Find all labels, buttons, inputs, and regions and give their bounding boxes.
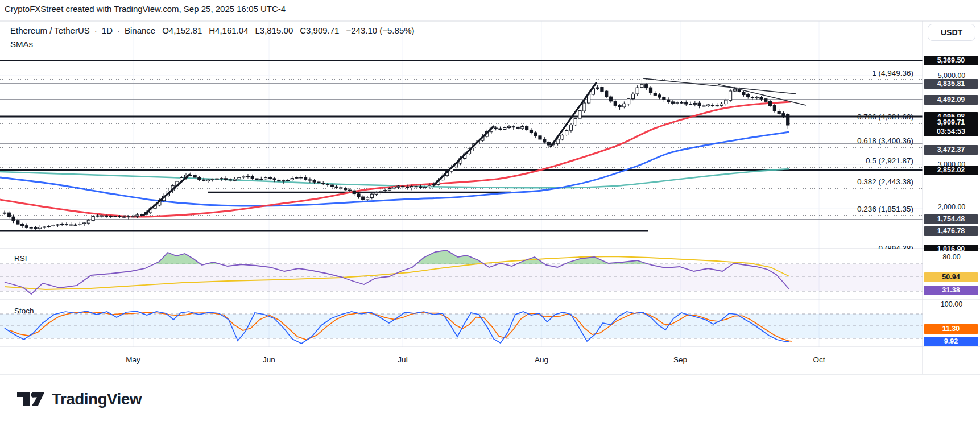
time-axis-month: Sep (673, 355, 687, 364)
legend-exchange: Binance (125, 26, 155, 35)
price-line-label: 4,492.09 (924, 95, 978, 105)
indicator-axis-tick: 100.00 (924, 300, 979, 309)
legend-separator: · (94, 26, 97, 35)
legend-separator: · (117, 26, 120, 35)
footer: TradingView (0, 375, 980, 422)
rsi-pane-title: RSI (14, 254, 27, 263)
symbol-legend[interactable]: Ethereum / TetherUS · 1D · Binance O4,15… (10, 26, 415, 35)
time-axis-month: Aug (535, 355, 548, 364)
indicator-value-label: 11.30 (924, 324, 978, 334)
last-price-value: 3,909.71 (924, 118, 978, 127)
price-line-label: 4,835.81 (924, 79, 978, 89)
time-axis-month: May (126, 355, 140, 364)
indicator-legend-smas[interactable]: SMAs (10, 39, 33, 49)
price-line-label: 1,754.48 (924, 214, 978, 224)
last-price-label: 3,909.7103:54:53 (924, 117, 978, 136)
legend-low-value: L3,815.00 (255, 26, 293, 35)
time-axis-month: Oct (813, 355, 825, 364)
indicator-value-label: 50.94 (924, 272, 978, 282)
legend-close-value: C3,909.71 (300, 26, 339, 35)
bar-countdown: 03:54:53 (924, 127, 978, 136)
legend-high-value: H4,161.04 (209, 26, 248, 35)
price-line-label: 5,369.50 (924, 56, 978, 65)
legend-symbol[interactable]: Ethereum / TetherUS (10, 26, 90, 35)
price-line-label: 1,476.78 (924, 226, 978, 236)
indicator-axis-tick: 80.00 (924, 253, 979, 262)
indicator-value-label: 9.92 (924, 337, 978, 346)
price-line-label: 2,852.02 (924, 166, 978, 175)
indicator-value-label: 31.38 (924, 286, 978, 295)
tradingview-logo-text: TradingView (52, 390, 142, 408)
price-axis-tick: 2,000.00 (924, 202, 979, 212)
price-axis[interactable]: 5,000.003,000.002,000.005,369.504,835.81… (923, 0, 980, 422)
time-axis-month: Jul (398, 355, 407, 364)
time-axis-month: Jun (263, 355, 275, 364)
stoch-pane-title: Stoch (14, 307, 34, 315)
currency-button[interactable]: USDT (928, 24, 975, 41)
legend-change-value: −243.10 (−5.85%) (346, 26, 414, 35)
tradingview-chart-page: CryptoFXStreet created with TradingView.… (0, 0, 980, 422)
time-axis[interactable]: MayJunJulAugSepOct (0, 347, 923, 374)
price-line-label: 3,472.37 (924, 145, 978, 155)
legend-open-value: O4,152.81 (162, 26, 202, 35)
tradingview-logo[interactable]: TradingView (16, 389, 142, 409)
legend-interval[interactable]: 1D (102, 26, 113, 35)
tradingview-logo-icon (16, 389, 46, 409)
